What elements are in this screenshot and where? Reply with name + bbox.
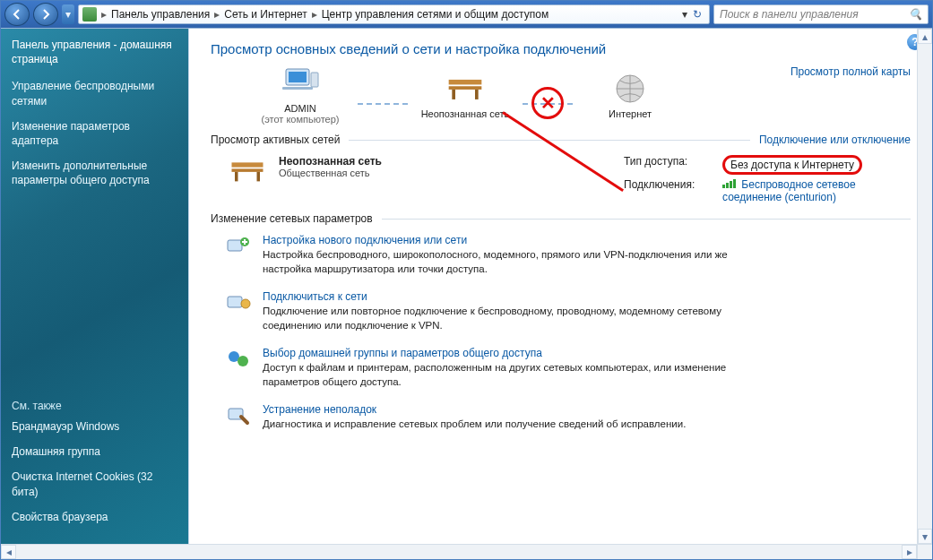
active-network-block: Неопознанная сеть Общественная сеть Тип … (229, 155, 911, 203)
svg-rect-15 (228, 297, 242, 307)
sidebar-link-wireless[interactable]: Управление беспроводными сетями (12, 79, 177, 108)
breadcrumb-item[interactable]: Центр управления сетями и общим доступом (322, 8, 549, 21)
node-internet[interactable]: Интернет (576, 71, 684, 119)
back-button[interactable] (4, 3, 30, 26)
connect-disconnect-link[interactable]: Подключение или отключение (759, 134, 911, 146)
breadcrumb-item[interactable]: Панель управления (111, 8, 210, 21)
bench-icon (229, 155, 266, 187)
see-also-firewall[interactable]: Брандмауэр Windows (12, 419, 177, 434)
node-this-computer[interactable]: ADMIN (этот компьютер) (246, 65, 354, 125)
page-title: Просмотр основных сведений о сети и наст… (211, 41, 911, 56)
breadcrumb-sep: ▸ (309, 8, 320, 21)
active-network-type: Общественная сеть (279, 168, 382, 178)
window-frame: ▾ ▸ Панель управления ▸ Сеть и Интернет … (0, 0, 933, 560)
setting-title[interactable]: Настройка нового подключения или сети (263, 234, 765, 246)
chevron-down-icon[interactable]: ▾ (682, 8, 687, 21)
setting-desc: Настройка беспроводного, широкополосного… (263, 248, 765, 276)
svg-rect-5 (449, 86, 482, 90)
broken-x-icon: ✕ (540, 92, 556, 114)
see-also-cookies[interactable]: Очистка Internet Cookies (32 бита) (12, 470, 177, 498)
svg-rect-7 (475, 90, 479, 99)
connections-label: Подключения: (624, 178, 722, 203)
connection-segment-2: ✕ (523, 103, 573, 105)
svg-rect-2 (282, 87, 313, 90)
svg-rect-9 (232, 162, 263, 167)
breadcrumb-sep: ▸ (212, 8, 222, 21)
active-networks-label: Просмотр активных сетей (211, 134, 340, 146)
full-map-link[interactable]: Просмотр полной карты (790, 65, 911, 78)
search-input[interactable]: Поиск в панели управления 🔍 (713, 4, 929, 24)
connections-link[interactable]: Беспроводное сетевое соединение (centuri… (722, 178, 911, 203)
homegroup-icon (225, 347, 252, 372)
svg-point-18 (238, 356, 248, 366)
node-computer-name: ADMIN (284, 103, 315, 114)
annotation-red-box: Без доступа к Интернету (722, 155, 862, 175)
breadcrumb-bar[interactable]: ▸ Панель управления ▸ Сеть и Интернет ▸ … (78, 4, 710, 24)
vertical-scrollbar[interactable]: ▴ ▾ (917, 29, 932, 544)
search-placeholder: Поиск в панели управления (720, 8, 859, 21)
setting-desc: Доступ к файлам и принтерам, расположенн… (263, 361, 765, 389)
svg-rect-11 (235, 172, 238, 182)
node-internet-label: Интернет (609, 108, 652, 119)
breadcrumb-item[interactable]: Сеть и Интернет (224, 8, 307, 21)
computer-icon (281, 65, 320, 101)
active-networks-heading: Просмотр активных сетей Подключение или … (211, 134, 911, 146)
active-network-labels[interactable]: Неопознанная сеть Общественная сеть (279, 155, 382, 203)
connect-network-icon (225, 290, 252, 315)
see-also-heading: См. также (12, 400, 177, 412)
breadcrumb-sep: ▸ (99, 8, 109, 21)
sidebar: Панель управления - домашняя страница Уп… (1, 29, 189, 544)
new-connection-icon (225, 234, 252, 259)
setting-connect-network: Подключиться к сети Подключение или повт… (225, 290, 911, 332)
change-settings-label: Изменение сетевых параметров (211, 212, 373, 225)
change-settings-heading: Изменение сетевых параметров (211, 212, 911, 225)
sidebar-home[interactable]: Панель управления - домашняя страница (12, 38, 177, 66)
access-type-label: Тип доступа: (624, 155, 722, 175)
node-middle-label: Неопознанная сеть (421, 108, 510, 119)
setting-homegroup: Выбор домашней группы и параметров общег… (225, 347, 911, 389)
scroll-corner (917, 545, 932, 559)
node-computer-sub: (этот компьютер) (261, 114, 339, 125)
access-type-value: Без доступа к Интернету (722, 155, 911, 175)
history-dropdown[interactable]: ▾ (62, 4, 74, 24)
svg-point-16 (241, 299, 250, 308)
svg-rect-3 (311, 73, 318, 87)
scroll-track[interactable] (16, 545, 902, 559)
svg-rect-4 (449, 80, 482, 85)
see-also-homegroup[interactable]: Домашняя группа (12, 444, 177, 459)
refresh-icon[interactable]: ↻ (693, 8, 702, 21)
node-unknown-network[interactable]: Неопознанная сеть (411, 71, 519, 119)
setting-title[interactable]: Подключиться к сети (263, 290, 765, 303)
svg-rect-6 (452, 90, 455, 99)
search-icon: 🔍 (909, 8, 922, 21)
active-network-name: Неопознанная сеть (279, 155, 382, 168)
sidebar-link-sharing[interactable]: Изменить дополнительные параметры общего… (12, 159, 177, 187)
svg-rect-12 (257, 172, 261, 182)
setting-title[interactable]: Выбор домашней группы и параметров общег… (263, 347, 765, 359)
bench-icon (445, 71, 485, 107)
svg-rect-1 (289, 72, 307, 82)
settings-list: Настройка нового подключения или сети На… (225, 234, 911, 432)
svg-rect-13 (228, 240, 242, 251)
titlebar: ▾ ▸ Панель управления ▸ Сеть и Интернет … (1, 1, 932, 28)
scroll-down-button[interactable]: ▾ (918, 529, 932, 544)
scroll-right-button[interactable]: ▸ (902, 545, 917, 559)
scroll-left-button[interactable]: ◂ (1, 545, 16, 559)
active-network-props: Тип доступа: Без доступа к Интернету Под… (624, 155, 911, 203)
globe-icon (610, 71, 650, 107)
troubleshoot-icon (225, 403, 252, 428)
see-also-browser[interactable]: Свойства браузера (12, 510, 177, 524)
network-map-row: ADMIN (этот компьютер) (211, 65, 911, 125)
main-pane: ? Просмотр основных сведений о сети и на… (189, 29, 932, 544)
setting-desc: Диагностика и исправление сетевых пробле… (263, 418, 686, 432)
control-panel-icon (82, 7, 97, 22)
signal-bars-icon (722, 179, 736, 188)
scroll-up-button[interactable]: ▴ (918, 29, 932, 44)
setting-desc: Подключение или повторное подключение к … (263, 305, 765, 332)
horizontal-scrollbar[interactable]: ◂ ▸ (1, 544, 932, 559)
setting-new-connection: Настройка нового подключения или сети На… (225, 234, 911, 276)
scroll-track[interactable] (918, 44, 932, 529)
forward-button[interactable] (33, 3, 58, 26)
setting-title[interactable]: Устранение неполадок (263, 403, 686, 416)
sidebar-link-adapter[interactable]: Изменение параметров адаптера (12, 119, 177, 148)
